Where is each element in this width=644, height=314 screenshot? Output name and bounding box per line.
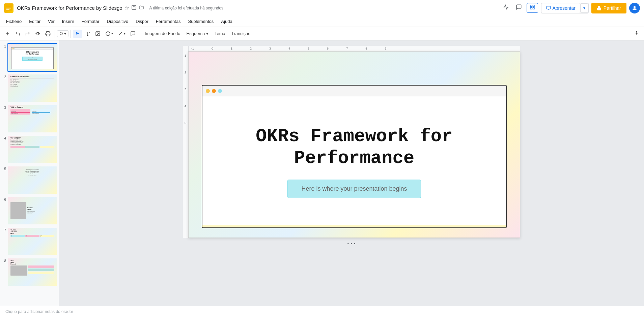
app-logo	[4, 3, 13, 13]
svg-rect-10	[533, 7, 535, 9]
svg-rect-3	[6, 9, 9, 10]
slide-inner-4[interactable]: Our Company Lorem ipsum dolor sit amet,c…	[7, 135, 57, 164]
notes-area[interactable]: Clique para adicionar notas do orador	[0, 306, 644, 314]
zoom-control[interactable]: ▾	[57, 30, 68, 37]
menu-ver[interactable]: Ver	[45, 18, 58, 25]
slide-thumb-2[interactable]: 2 Contents of This Template 01 — Introdu…	[1, 74, 57, 102]
menu-dispor[interactable]: Dispor	[132, 18, 152, 25]
slide-number-8: 8	[1, 258, 6, 263]
slide-canvas-4: Our Company Lorem ipsum dolor sit amet,c…	[8, 136, 57, 163]
present-button[interactable]: Apresentar	[541, 3, 580, 13]
menu-ajuda[interactable]: Ajuda	[218, 18, 235, 25]
top-bar: OKRs Framework for Performance by Slides…	[0, 0, 644, 16]
share-button[interactable]: Partilhar	[591, 3, 626, 13]
svg-point-25	[106, 32, 110, 36]
slide-thumb-6[interactable]: 6 About theProject Lorem ipsum dolor sit…	[1, 196, 57, 225]
menu-diapositivo[interactable]: Diapositivo	[104, 18, 132, 25]
menu-formatar[interactable]: Formatar	[78, 18, 103, 25]
slide-number-4: 4	[1, 135, 6, 140]
doc-title: OKRs Framework for Performance by Slides…	[17, 5, 122, 11]
slide-inner-1[interactable]: OKRs Frameworkfor Performance Here is wh…	[7, 43, 57, 72]
slide-canvas-2: Contents of This Template 01 — Introduct…	[8, 74, 57, 102]
svg-rect-18	[47, 34, 49, 36]
slide-number-3: 3	[1, 104, 6, 109]
shape-tool-btn[interactable]: ▾	[103, 30, 115, 38]
undo-btn[interactable]	[13, 30, 22, 38]
main-area: 1 OKRs Frameworkfor Performance Here is	[0, 40, 644, 306]
cursor-tool-btn[interactable]	[73, 30, 82, 38]
redo-btn[interactable]	[23, 30, 32, 38]
slide-thumb-8[interactable]: 8 Stop,Start,Proceed	[1, 258, 57, 286]
svg-rect-14	[597, 8, 601, 10]
folder-icon[interactable]	[139, 5, 144, 11]
browser-bottom-strip	[202, 225, 506, 227]
slide-inner-7[interactable]: The SlideTitle GoesHere! Item01 Item02 I…	[7, 227, 57, 256]
svg-rect-1	[6, 7, 11, 7]
svg-rect-9	[530, 7, 532, 9]
accessibility-btn[interactable]	[632, 30, 641, 38]
menu-bar: Ficheiro Editar Ver Inserir Formatar Dia…	[0, 16, 644, 27]
svg-rect-11	[547, 6, 551, 9]
slide-thumb-4[interactable]: 4 Our Company Lorem ipsum dolor sit amet…	[1, 135, 57, 164]
slide-canvas-3: Table of Contents 01Section OneLorem ips…	[8, 105, 57, 132]
slide-inner-3[interactable]: Table of Contents 01Section OneLorem ips…	[7, 104, 57, 133]
slide-inner-5[interactable]: "This is a quote full of wisdomthat sets…	[7, 166, 57, 194]
view-toggle-btn[interactable]	[527, 3, 538, 13]
svg-line-26	[119, 32, 122, 35]
paint-format-btn[interactable]	[33, 30, 43, 38]
slide-thumb-7[interactable]: 7 The SlideTitle GoesHere! Item01 Item02…	[1, 227, 57, 256]
canvas-area: -1 0 1 2 3 4 5 6 7 8 9 1 2 3	[59, 40, 644, 306]
menu-suplementos[interactable]: Suplementos	[185, 18, 217, 25]
menu-editar[interactable]: Editar	[26, 18, 44, 25]
topbar-actions: Apresentar ▾ Partilhar	[501, 3, 640, 13]
toolbar-divider-1	[55, 30, 55, 38]
slide-number-7: 7	[1, 227, 6, 232]
print-btn[interactable]	[43, 30, 53, 38]
doc-title-area: OKRs Framework for Performance by Slides…	[17, 5, 498, 11]
ruler-left: 1 2 3 4 5	[183, 51, 188, 238]
slide-thumb-3[interactable]: 3 Table of Contents 01Section OneLorem i…	[1, 104, 57, 133]
browser-dot-yellow	[206, 89, 210, 93]
theme-btn[interactable]: Tema	[212, 30, 228, 37]
background-btn[interactable]: Imagem de Fundo	[142, 30, 183, 37]
slide-number-5: 5	[1, 166, 6, 171]
star-icon[interactable]: ☆	[124, 5, 129, 11]
slide-canvas-1: OKRs Frameworkfor Performance Here is wh…	[8, 44, 57, 71]
slide-thumb-1[interactable]: 1 OKRs Frameworkfor Performance Here is	[1, 43, 57, 72]
slide-inner-2[interactable]: Contents of This Template 01 — Introduct…	[7, 74, 57, 102]
slide-canvas-6: About theProject Lorem ipsum dolor sitam…	[8, 197, 57, 224]
svg-rect-7	[530, 5, 532, 7]
svg-rect-8	[533, 5, 535, 7]
image-tool-btn[interactable]	[93, 30, 103, 38]
new-btn[interactable]	[3, 30, 12, 38]
slide-number-1: 1	[1, 43, 6, 48]
slide-inner-6[interactable]: About theProject Lorem ipsum dolor sitam…	[7, 196, 57, 225]
text-tool-btn[interactable]	[83, 30, 92, 38]
user-avatar[interactable]	[629, 3, 640, 13]
slide-thumb-5[interactable]: 5 "This is a quote full of wisdomthat se…	[1, 166, 57, 194]
svg-point-19	[60, 32, 63, 35]
slide-container: -1 0 1 2 3 4 5 6 7 8 9 1 2 3	[183, 46, 520, 238]
scheme-btn[interactable]: Esquema ▾	[184, 30, 212, 37]
comment-icon-btn[interactable]	[514, 3, 524, 13]
slide-canvas-5: "This is a quote full of wisdomthat sets…	[8, 166, 57, 194]
transition-btn[interactable]: Transição	[229, 30, 253, 37]
browser-content: OKRs Framework for Performance Here is w…	[202, 96, 506, 227]
ruler-corner	[183, 46, 188, 51]
analytics-icon-btn[interactable]	[501, 3, 511, 13]
present-dropdown-btn[interactable]: ▾	[581, 3, 588, 13]
cloud-save-icon[interactable]	[131, 5, 137, 11]
browser-bar	[202, 86, 506, 96]
menu-ferramentas[interactable]: Ferramentas	[152, 18, 184, 25]
comment-tool-btn[interactable]	[128, 30, 138, 38]
menu-inserir[interactable]: Inserir	[59, 18, 78, 25]
slide-inner-8[interactable]: Stop,Start,Proceed	[7, 258, 57, 286]
notes-placeholder: Clique para adicionar notas do orador	[5, 309, 73, 314]
slide-canvas-8: Stop,Start,Proceed	[8, 258, 57, 286]
svg-rect-2	[6, 8, 11, 8]
line-tool-btn[interactable]: ▾	[116, 30, 128, 38]
slide-canvas-main[interactable]: OKRs Framework for Performance Here is w…	[188, 51, 520, 238]
svg-line-20	[62, 34, 63, 35]
menu-ficheiro[interactable]: Ficheiro	[3, 18, 25, 25]
slide-indicator: • • •	[347, 241, 356, 247]
